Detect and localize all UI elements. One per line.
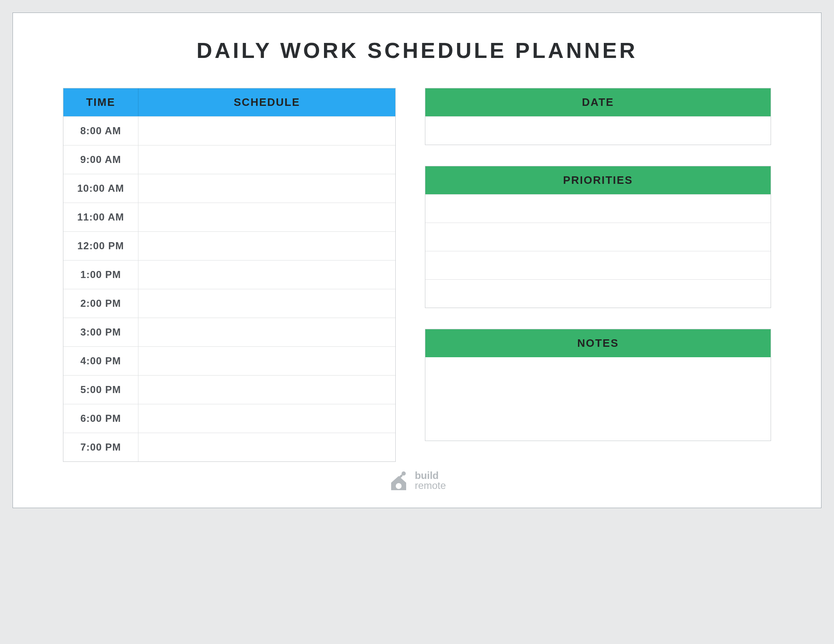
schedule-row: 4:00 PM: [63, 346, 395, 375]
brand-line1: build: [415, 471, 446, 481]
schedule-time: 2:00 PM: [63, 289, 138, 318]
brand-line2: remote: [415, 481, 446, 491]
schedule-row: 12:00 PM: [63, 231, 395, 260]
schedule-entry[interactable]: [138, 289, 395, 318]
date-value[interactable]: [425, 116, 771, 145]
date-box: DATE: [425, 88, 771, 145]
schedule-entry[interactable]: [138, 318, 395, 346]
schedule-entry[interactable]: [138, 261, 395, 289]
schedule-row: 10:00 AM: [63, 174, 395, 203]
schedule-panel: TIME SCHEDULE 8:00 AM 9:00 AM 10:00 AM 1…: [63, 88, 396, 462]
columns: TIME SCHEDULE 8:00 AM 9:00 AM 10:00 AM 1…: [63, 88, 771, 462]
schedule-row: 6:00 PM: [63, 404, 395, 433]
schedule-time: 10:00 AM: [63, 174, 138, 203]
schedule-entry[interactable]: [138, 433, 395, 461]
schedule-row: 2:00 PM: [63, 289, 395, 318]
schedule-row: 11:00 AM: [63, 203, 395, 231]
schedule-row: 9:00 AM: [63, 145, 395, 174]
priority-item[interactable]: [425, 279, 771, 308]
schedule-entry[interactable]: [138, 117, 395, 145]
schedule-time: 1:00 PM: [63, 261, 138, 289]
schedule-table: TIME SCHEDULE 8:00 AM 9:00 AM 10:00 AM 1…: [63, 88, 396, 462]
date-header: DATE: [425, 88, 771, 116]
priority-item[interactable]: [425, 223, 771, 251]
svg-point-0: [396, 483, 402, 489]
schedule-time: 9:00 AM: [63, 145, 138, 174]
schedule-time: 11:00 AM: [63, 203, 138, 231]
schedule-row: 1:00 PM: [63, 260, 395, 289]
schedule-entry[interactable]: [138, 347, 395, 375]
page-title: DAILY WORK SCHEDULE PLANNER: [63, 38, 771, 63]
schedule-time: 5:00 PM: [63, 376, 138, 404]
priority-item[interactable]: [425, 251, 771, 279]
buildremote-logo-icon: [388, 470, 409, 491]
footer: build remote: [63, 470, 771, 491]
schedule-row: 8:00 AM: [63, 116, 395, 145]
schedule-row: 3:00 PM: [63, 318, 395, 346]
schedule-entry[interactable]: [138, 174, 395, 203]
priorities-box: PRIORITIES: [425, 166, 771, 308]
schedule-row: 7:00 PM: [63, 433, 395, 461]
schedule-entry[interactable]: [138, 232, 395, 260]
priorities-header: PRIORITIES: [425, 166, 771, 194]
notes-value[interactable]: [425, 357, 771, 441]
schedule-time: 4:00 PM: [63, 347, 138, 375]
notes-header: NOTES: [425, 329, 771, 357]
schedule-entry[interactable]: [138, 404, 395, 433]
notes-box: NOTES: [425, 329, 771, 441]
planner-page: DAILY WORK SCHEDULE PLANNER TIME SCHEDUL…: [13, 13, 821, 508]
schedule-time: 12:00 PM: [63, 232, 138, 260]
schedule-row: 5:00 PM: [63, 375, 395, 404]
priority-item[interactable]: [425, 194, 771, 223]
schedule-entry[interactable]: [138, 145, 395, 174]
schedule-header-row: TIME SCHEDULE: [63, 88, 395, 116]
schedule-time: 7:00 PM: [63, 433, 138, 461]
schedule-header-time: TIME: [63, 88, 138, 116]
schedule-header-schedule: SCHEDULE: [138, 88, 395, 116]
right-panel: DATE PRIORITIES NOTES: [425, 88, 771, 462]
buildremote-logo-text: build remote: [415, 471, 446, 491]
schedule-time: 8:00 AM: [63, 117, 138, 145]
schedule-time: 3:00 PM: [63, 318, 138, 346]
schedule-time: 6:00 PM: [63, 404, 138, 433]
schedule-entry[interactable]: [138, 376, 395, 404]
schedule-entry[interactable]: [138, 203, 395, 231]
